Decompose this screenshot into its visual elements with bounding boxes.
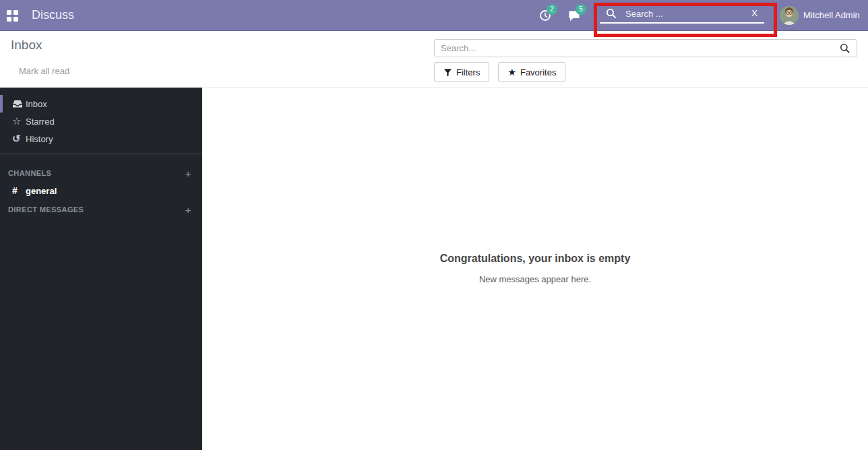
favorites-button[interactable]: ★ Favorites bbox=[498, 62, 565, 82]
apps-menu-icon[interactable] bbox=[7, 10, 18, 22]
sidebar-item-label: Inbox bbox=[26, 99, 47, 109]
user-menu[interactable]: Mitchell Admin bbox=[803, 0, 860, 30]
control-panel: Inbox Mark all read Filters ★ Favorites bbox=[0, 31, 868, 88]
filters-label: Filters bbox=[456, 67, 480, 77]
sidebar-item-starred[interactable]: ☆ Starred bbox=[0, 112, 202, 130]
channel-label: general bbox=[26, 186, 57, 196]
empty-subtitle: New messages appear here. bbox=[202, 274, 868, 284]
add-channel-button[interactable]: + bbox=[185, 168, 191, 179]
sidebar-item-label: Starred bbox=[26, 117, 55, 127]
activity-menu-button[interactable]: 2 bbox=[539, 7, 562, 26]
discuss-app: Discuss 2 5 X bbox=[0, 0, 868, 450]
inbox-icon bbox=[12, 98, 26, 109]
top-navbar: Discuss 2 5 X bbox=[0, 0, 868, 31]
content-search-bar bbox=[434, 39, 857, 57]
breadcrumb-title: Inbox bbox=[11, 38, 42, 53]
discuss-sidebar: Inbox ☆ Starred ↺ History CHANNELS + # g… bbox=[0, 88, 202, 450]
content-search-input[interactable] bbox=[435, 40, 836, 57]
app-title[interactable]: Discuss bbox=[32, 0, 74, 30]
filter-funnel-icon bbox=[443, 68, 452, 77]
messages-menu-button[interactable]: 5 bbox=[568, 7, 591, 26]
messages-count-badge: 5 bbox=[576, 4, 586, 15]
history-icon: ↺ bbox=[12, 133, 26, 145]
direct-messages-section-header: DIRECT MESSAGES + bbox=[0, 201, 202, 218]
sidebar-item-label: History bbox=[26, 134, 53, 144]
sidebar-item-inbox[interactable]: Inbox bbox=[0, 95, 202, 112]
star-icon: ★ bbox=[507, 67, 516, 77]
direct-messages-section-label: DIRECT MESSAGES bbox=[8, 205, 84, 214]
empty-title: Congratulations, your inbox is empty bbox=[202, 253, 868, 265]
clear-search-button[interactable]: X bbox=[751, 8, 757, 18]
navbar-search: X bbox=[600, 5, 764, 24]
add-direct-message-button[interactable]: + bbox=[185, 205, 191, 215]
navbar-search-input[interactable] bbox=[600, 5, 741, 22]
filters-button[interactable]: Filters bbox=[434, 62, 489, 82]
user-photo bbox=[780, 6, 799, 25]
sidebar-item-general-channel[interactable]: # general bbox=[0, 182, 202, 199]
channels-section-header: CHANNELS + bbox=[0, 164, 202, 182]
sidebar-divider bbox=[0, 154, 202, 154]
star-icon: ☆ bbox=[12, 115, 26, 127]
favorites-label: Favorites bbox=[520, 67, 556, 77]
avatar[interactable] bbox=[780, 6, 799, 25]
sidebar-item-history[interactable]: ↺ History bbox=[0, 130, 202, 148]
empty-inbox-message: Congratulations, your inbox is empty New… bbox=[202, 253, 868, 284]
activity-count-badge: 2 bbox=[547, 4, 557, 15]
hash-icon: # bbox=[12, 185, 26, 196]
search-options: Filters ★ Favorites bbox=[434, 62, 565, 82]
search-icon[interactable] bbox=[840, 43, 850, 54]
channels-section-label: CHANNELS bbox=[8, 169, 51, 177]
mark-all-read-button[interactable]: Mark all read bbox=[19, 66, 69, 76]
